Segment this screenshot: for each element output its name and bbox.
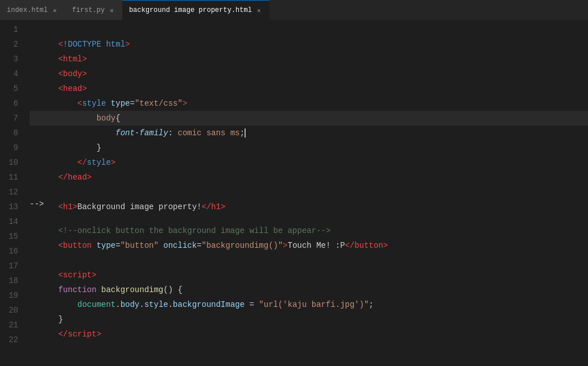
- line-number: 14: [5, 214, 18, 229]
- line-number: 15: [5, 229, 18, 244]
- tab-close-icon[interactable]: ✕: [255, 6, 263, 15]
- code-line-1: <!DOCTYPE html>: [30, 22, 588, 37]
- line-number: 4: [5, 66, 18, 81]
- line-number: 19: [5, 288, 18, 303]
- code-line-4: <head>: [30, 66, 588, 81]
- tab-background-html[interactable]: background image property.html ✕: [122, 0, 270, 20]
- line-number: 6: [5, 96, 18, 111]
- line-number: 12: [5, 185, 18, 199]
- tab-label: background image property.html: [129, 6, 252, 14]
- tab-label: index.html: [7, 6, 48, 14]
- tab-close-icon[interactable]: ✕: [108, 6, 115, 15]
- editor-area: 1 2 3 4 5 6 7 8 9 10 11 12 13 14 15 16 1…: [0, 20, 588, 348]
- line-number: 23: [5, 347, 18, 348]
- code-line-22: </body>: [30, 342, 588, 348]
- tab-index-html[interactable]: index.html ✕: [0, 0, 65, 20]
- code-line-20: </script>: [30, 312, 588, 327]
- tab-bar: index.html ✕ first.py ✕ background image…: [0, 0, 588, 20]
- line-number: 20: [5, 303, 18, 318]
- line-number: 7: [5, 111, 18, 126]
- tab-close-icon[interactable]: ✕: [51, 6, 59, 15]
- line-number: 21: [5, 318, 18, 332]
- line-number: 8: [5, 126, 18, 140]
- code-line-17: function backgroundimg() {: [30, 268, 588, 282]
- code-line-11: [30, 170, 588, 185]
- line-number: 1: [5, 22, 18, 37]
- line-number: 11: [5, 170, 18, 185]
- line-number: 17: [5, 259, 18, 273]
- code-line-12: <h1>Background image property!</h1>: [30, 185, 588, 199]
- code-line-16: <script>: [30, 253, 588, 268]
- line-number: 3: [5, 52, 18, 66]
- line-number: 9: [5, 140, 18, 155]
- line-number: 18: [5, 273, 18, 288]
- line-number: 13: [5, 199, 18, 214]
- line-number: 2: [5, 37, 18, 52]
- code-line-9: </style>: [30, 140, 588, 155]
- code-line-21: [30, 327, 588, 342]
- tab-label: first.py: [72, 6, 105, 14]
- line-number: 22: [5, 332, 18, 347]
- line-number: 10: [5, 155, 18, 170]
- line-number: 5: [5, 81, 18, 96]
- line-number: 16: [5, 244, 18, 259]
- tab-first-py[interactable]: first.py ✕: [65, 0, 122, 20]
- line-numbers: 1 2 3 4 5 6 7 8 9 10 11 12 13 14 15 16 1…: [0, 20, 23, 348]
- code-content[interactable]: <!DOCTYPE html> <html> <body> <head> <st…: [23, 20, 588, 348]
- code-line-5: <style type="text/css">: [30, 81, 588, 96]
- code-line-3: <body>: [30, 52, 588, 66]
